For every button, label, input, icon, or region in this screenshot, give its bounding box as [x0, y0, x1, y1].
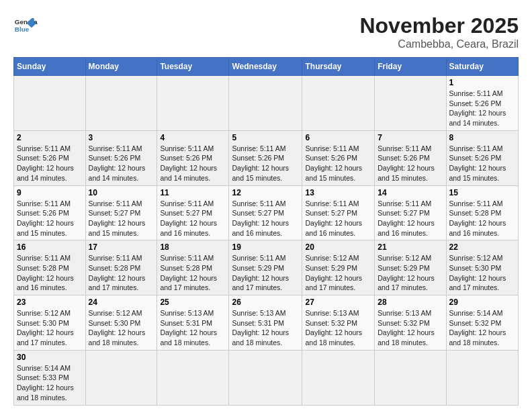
day-number: 8: [449, 133, 515, 142]
day-number: 16: [17, 242, 83, 252]
day-cell: 12Sunrise: 5:11 AM Sunset: 5:27 PM Dayli…: [229, 185, 302, 240]
weekday-header-saturday: Saturday: [446, 58, 518, 76]
day-info: Sunrise: 5:13 AM Sunset: 5:31 PM Dayligh…: [232, 308, 299, 348]
day-info: Sunrise: 5:13 AM Sunset: 5:32 PM Dayligh…: [305, 308, 371, 348]
day-cell: 17Sunrise: 5:11 AM Sunset: 5:28 PM Dayli…: [85, 240, 157, 295]
day-info: Sunrise: 5:11 AM Sunset: 5:26 PM Dayligh…: [17, 144, 83, 183]
day-cell: [85, 350, 157, 405]
day-info: Sunrise: 5:12 AM Sunset: 5:29 PM Dayligh…: [305, 253, 371, 293]
day-cell: 21Sunrise: 5:12 AM Sunset: 5:29 PM Dayli…: [375, 240, 446, 295]
day-cell: 7Sunrise: 5:11 AM Sunset: 5:26 PM Daylig…: [375, 130, 446, 185]
week-row-4: 16Sunrise: 5:11 AM Sunset: 5:28 PM Dayli…: [14, 240, 519, 295]
weekday-header-sunday: Sunday: [14, 58, 86, 76]
week-row-3: 9Sunrise: 5:11 AM Sunset: 5:26 PM Daylig…: [14, 185, 519, 240]
day-cell: [157, 76, 229, 131]
day-cell: 10Sunrise: 5:11 AM Sunset: 5:27 PM Dayli…: [85, 185, 157, 240]
day-number: 13: [305, 188, 371, 197]
day-cell: [302, 76, 375, 131]
day-cell: 27Sunrise: 5:13 AM Sunset: 5:32 PM Dayli…: [302, 295, 375, 351]
weekday-header-friday: Friday: [375, 58, 446, 76]
day-info: Sunrise: 5:11 AM Sunset: 5:27 PM Dayligh…: [89, 199, 154, 238]
day-number: 4: [160, 133, 226, 142]
month-title: November 2025: [359, 13, 519, 38]
day-number: 19: [232, 242, 299, 252]
week-row-1: 1Sunrise: 5:11 AM Sunset: 5:26 PM Daylig…: [14, 76, 519, 131]
week-row-6: 30Sunrise: 5:14 AM Sunset: 5:33 PM Dayli…: [14, 350, 519, 405]
day-cell: 22Sunrise: 5:12 AM Sunset: 5:30 PM Dayli…: [446, 240, 518, 295]
calendar-table: SundayMondayTuesdayWednesdayThursdayFrid…: [13, 57, 519, 406]
day-cell: 23Sunrise: 5:12 AM Sunset: 5:30 PM Dayli…: [14, 295, 86, 351]
day-info: Sunrise: 5:11 AM Sunset: 5:27 PM Dayligh…: [160, 199, 226, 238]
week-row-5: 23Sunrise: 5:12 AM Sunset: 5:30 PM Dayli…: [14, 295, 519, 351]
day-info: Sunrise: 5:11 AM Sunset: 5:27 PM Dayligh…: [232, 199, 299, 238]
day-number: 12: [232, 188, 299, 197]
day-cell: 6Sunrise: 5:11 AM Sunset: 5:26 PM Daylig…: [302, 130, 375, 185]
day-cell: 8Sunrise: 5:11 AM Sunset: 5:26 PM Daylig…: [446, 130, 518, 185]
weekday-header-row: SundayMondayTuesdayWednesdayThursdayFrid…: [14, 58, 519, 76]
day-info: Sunrise: 5:11 AM Sunset: 5:28 PM Dayligh…: [160, 253, 226, 293]
day-number: 11: [160, 188, 226, 197]
title-area: November 2025 Cambebba, Ceara, Brazil: [359, 13, 519, 50]
day-cell: 19Sunrise: 5:11 AM Sunset: 5:29 PM Dayli…: [229, 240, 302, 295]
day-number: 29: [449, 298, 515, 307]
day-number: 26: [232, 298, 299, 307]
day-number: 18: [160, 242, 226, 252]
day-cell: 3Sunrise: 5:11 AM Sunset: 5:26 PM Daylig…: [85, 130, 157, 185]
day-info: Sunrise: 5:11 AM Sunset: 5:28 PM Dayligh…: [449, 199, 515, 238]
day-cell: [302, 350, 375, 405]
day-cell: 5Sunrise: 5:11 AM Sunset: 5:26 PM Daylig…: [229, 130, 302, 185]
day-info: Sunrise: 5:11 AM Sunset: 5:28 PM Dayligh…: [89, 253, 154, 293]
day-info: Sunrise: 5:13 AM Sunset: 5:32 PM Dayligh…: [378, 308, 443, 348]
day-cell: [157, 350, 229, 405]
day-number: 27: [305, 298, 371, 307]
day-cell: 30Sunrise: 5:14 AM Sunset: 5:33 PM Dayli…: [14, 350, 86, 405]
day-cell: [446, 350, 518, 405]
day-cell: 2Sunrise: 5:11 AM Sunset: 5:26 PM Daylig…: [14, 130, 86, 185]
weekday-header-monday: Monday: [85, 58, 157, 76]
day-number: 9: [17, 188, 83, 197]
day-info: Sunrise: 5:11 AM Sunset: 5:26 PM Dayligh…: [305, 144, 371, 183]
day-info: Sunrise: 5:13 AM Sunset: 5:31 PM Dayligh…: [160, 308, 226, 348]
weekday-header-tuesday: Tuesday: [157, 58, 229, 76]
day-number: 22: [449, 242, 515, 252]
day-number: 10: [89, 188, 154, 197]
day-cell: 25Sunrise: 5:13 AM Sunset: 5:31 PM Dayli…: [157, 295, 229, 351]
day-cell: 18Sunrise: 5:11 AM Sunset: 5:28 PM Dayli…: [157, 240, 229, 295]
day-number: 7: [378, 133, 443, 142]
day-info: Sunrise: 5:12 AM Sunset: 5:30 PM Dayligh…: [449, 253, 515, 293]
day-info: Sunrise: 5:11 AM Sunset: 5:26 PM Dayligh…: [89, 144, 154, 183]
day-number: 17: [89, 242, 154, 252]
day-number: 23: [17, 298, 83, 307]
day-number: 30: [17, 353, 83, 362]
logo-icon: General Blue: [13, 13, 38, 38]
day-cell: 13Sunrise: 5:11 AM Sunset: 5:27 PM Dayli…: [302, 185, 375, 240]
day-cell: 14Sunrise: 5:11 AM Sunset: 5:27 PM Dayli…: [375, 185, 446, 240]
day-number: 5: [232, 133, 299, 142]
day-cell: 28Sunrise: 5:13 AM Sunset: 5:32 PM Dayli…: [375, 295, 446, 351]
day-info: Sunrise: 5:11 AM Sunset: 5:26 PM Dayligh…: [449, 144, 515, 183]
day-cell: 16Sunrise: 5:11 AM Sunset: 5:28 PM Dayli…: [14, 240, 86, 295]
day-info: Sunrise: 5:11 AM Sunset: 5:26 PM Dayligh…: [232, 144, 299, 183]
day-number: 21: [378, 242, 443, 252]
day-cell: [229, 350, 302, 405]
day-number: 3: [89, 133, 154, 142]
day-info: Sunrise: 5:14 AM Sunset: 5:33 PM Dayligh…: [17, 363, 83, 403]
day-info: Sunrise: 5:12 AM Sunset: 5:29 PM Dayligh…: [378, 253, 443, 293]
day-cell: 29Sunrise: 5:14 AM Sunset: 5:32 PM Dayli…: [446, 295, 518, 351]
day-cell: 20Sunrise: 5:12 AM Sunset: 5:29 PM Dayli…: [302, 240, 375, 295]
day-cell: [14, 76, 86, 131]
day-info: Sunrise: 5:11 AM Sunset: 5:26 PM Dayligh…: [378, 144, 443, 183]
day-info: Sunrise: 5:11 AM Sunset: 5:26 PM Dayligh…: [449, 89, 515, 128]
day-info: Sunrise: 5:14 AM Sunset: 5:32 PM Dayligh…: [449, 308, 515, 348]
header: General Blue November 2025 Cambebba, Cea…: [13, 13, 519, 50]
logo: General Blue: [13, 13, 38, 38]
day-info: Sunrise: 5:11 AM Sunset: 5:27 PM Dayligh…: [378, 199, 443, 238]
day-cell: [229, 76, 302, 131]
day-cell: 24Sunrise: 5:12 AM Sunset: 5:30 PM Dayli…: [85, 295, 157, 351]
day-info: Sunrise: 5:11 AM Sunset: 5:28 PM Dayligh…: [17, 253, 83, 293]
day-cell: 1Sunrise: 5:11 AM Sunset: 5:26 PM Daylig…: [446, 76, 518, 131]
day-info: Sunrise: 5:12 AM Sunset: 5:30 PM Dayligh…: [17, 308, 83, 348]
day-number: 2: [17, 133, 83, 142]
day-number: 24: [89, 298, 154, 307]
day-cell: [85, 76, 157, 131]
